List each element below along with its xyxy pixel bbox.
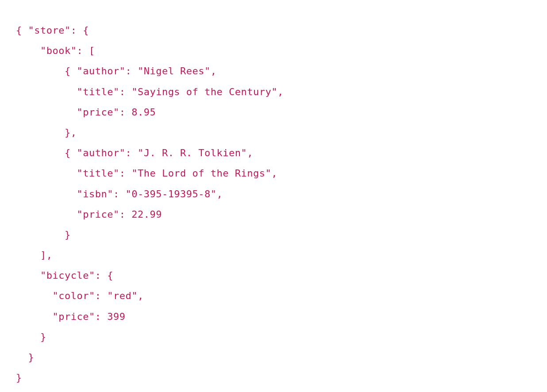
code-line: { "store": { [16,25,89,36]
code-line: "bicycle": { [16,270,113,281]
code-line: } [16,372,22,383]
code-line: } [16,331,46,342]
code-line: "color": "red", [16,290,144,301]
code-line: }, [16,127,77,138]
code-line: } [16,229,71,240]
code-line: } [16,352,34,363]
code-line: "title": "The Lord of the Rings", [16,168,277,179]
code-line: { "author": "J. R. R. Tolkien", [16,147,253,158]
code-line: "title": "Sayings of the Century", [16,86,284,97]
code-line: { "author": "Nigel Rees", [16,65,217,77]
code-line: "price": 22.99 [16,209,162,220]
code-line: ], [16,250,52,261]
code-line: "book": [ [16,45,95,56]
code-line: "price": 399 [16,311,125,322]
json-code-block: { "store": { "book": [ { "author": "Nige… [0,10,547,392]
code-line: "price": 8.95 [16,107,156,118]
code-line: "isbn": "0-395-19395-8", [16,188,223,200]
